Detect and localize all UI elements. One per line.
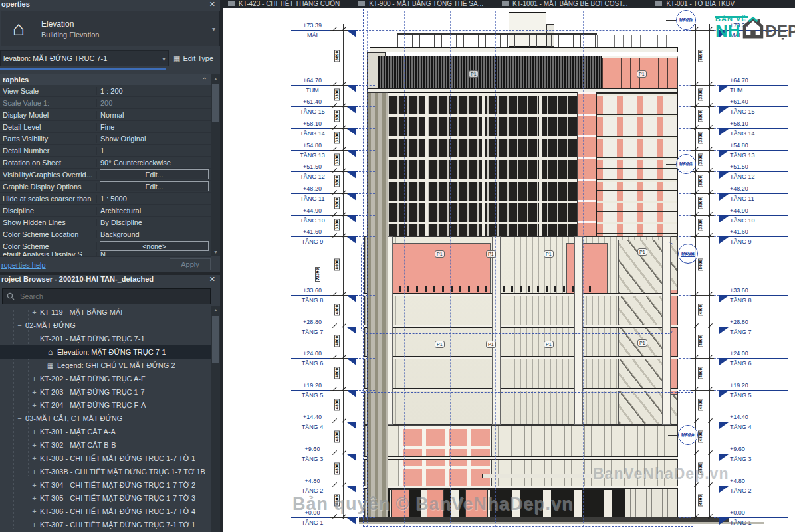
property-value[interactable]: Fine — [97, 123, 211, 131]
edit-type-button[interactable]: ▦ Edit Type — [173, 54, 213, 63]
view-tab-icon — [228, 1, 235, 6]
tree-item[interactable]: +KT-303B - CHI TIẾT MẶT ĐỨNG TRỤC 1-7 TỜ… — [0, 465, 211, 478]
properties-scrollbar[interactable]: ▲ ▼ — [211, 74, 220, 256]
copyright-watermark: Bản quyền © BanVeNhaDep.vn — [292, 494, 573, 515]
level-line — [719, 193, 788, 194]
properties-help-link[interactable]: roperties help — [1, 261, 46, 269]
elevation-house-icon: ⌂ — [1, 12, 36, 45]
dimension-value: 8690 — [698, 50, 703, 62]
chevron-down-icon[interactable]: ▾ — [162, 55, 168, 62]
level-name: TẦNG 11 — [723, 195, 786, 203]
expand-expander-icon[interactable]: + — [31, 401, 38, 409]
property-value-button[interactable]: <none> — [100, 241, 209, 251]
expand-expander-icon[interactable]: + — [31, 494, 38, 502]
property-value[interactable]: Normal — [97, 111, 211, 119]
scrollbar-thumb[interactable] — [212, 84, 219, 122]
scroll-down-icon[interactable]: ▼ — [211, 249, 220, 255]
property-row: Color Scheme LocationBackground — [0, 228, 211, 240]
scroll-up-icon[interactable]: ▲ — [211, 307, 220, 313]
view-tab[interactable]: KT-423 - CHI TIẾT THANG CUỐN — [228, 0, 340, 7]
browser-tree: +KT-119 - MẶT BẰNG MÁI−02-MẶT ĐỨNG−KT-20… — [0, 306, 211, 531]
property-value[interactable]: 200 — [97, 99, 211, 107]
elevation-sheet: Bản quyền © BanVeNhaDep.vn BanVeNhaDep.v… — [223, 8, 795, 532]
tree-item[interactable]: +KT-119 - MẶT BẰNG MÁI — [0, 306, 211, 319]
property-value[interactable]: Architectural — [97, 207, 211, 215]
level-dash-line — [359, 85, 375, 86]
expand-expander-icon[interactable]: + — [31, 388, 38, 396]
search-input[interactable] — [19, 292, 210, 301]
dimension-value: 4800 — [698, 399, 703, 410]
collapse-expander-icon[interactable]: − — [31, 335, 38, 343]
level-dash-line — [359, 327, 375, 327]
tree-item[interactable]: ▦Legend: GHI CHÚ VL MẶT ĐỨNG 2 — [0, 359, 211, 372]
level-name: TẦNG 15 — [723, 108, 786, 116]
property-value-button[interactable]: Edit... — [100, 181, 209, 191]
tree-item[interactable]: +KT-204 - MẶT ĐỨNG TRỤC F-A — [0, 399, 211, 412]
tree-item[interactable]: −KT-201 - MẶT ĐỨNG TRỤC 7-1 — [0, 332, 211, 345]
detail-callout-bubble[interactable]: MĐ2AKT-307 — [678, 425, 698, 445]
tree-item[interactable]: −03-MẶT CẮT, CT MẶT ĐỨNG — [0, 412, 211, 425]
property-value[interactable]: 1 : 5000 — [97, 195, 211, 203]
instance-selector[interactable]: levation: MẶT ĐỨNG TRỤC 7-1 ▾ — [0, 50, 169, 66]
view-tab[interactable]: KT-900 - MẶT BẰNG TỔNG THỂ SA... — [358, 0, 483, 7]
apply-button[interactable]: Apply — [170, 258, 211, 270]
tree-item[interactable]: +KT-306 - CHI TIẾT MẶT ĐỨNG TRỤC 1-7 TỜ … — [0, 505, 211, 518]
dimension-value: 4800 — [698, 335, 703, 347]
elevation-view-icon: ⌂ — [45, 347, 55, 357]
property-label: Discipline — [0, 207, 97, 215]
tree-item[interactable]: +KT-307 - CHI TIẾT MẶT ĐỨNG TRỤC 7-1 TỜ … — [0, 518, 211, 531]
expand-expander-icon[interactable]: + — [31, 454, 38, 462]
tree-item[interactable]: +KT-302 - MẶT CẮT B-B — [0, 438, 211, 452]
property-value[interactable]: 90° Counterclockwise — [97, 159, 211, 167]
collapse-expander-icon[interactable]: − — [16, 414, 23, 422]
level-dash-line — [359, 171, 375, 172]
browser-scrollbar[interactable]: ▲ — [211, 306, 220, 532]
level-dash-line — [359, 295, 375, 296]
tree-item[interactable]: +KT-203 - MẶT ĐỨNG TRỤC 1-7 — [0, 385, 211, 399]
drawing-canvas[interactable]: Bản quyền © BanVeNhaDep.vn BanVeNhaDep.v… — [223, 8, 795, 532]
tree-item[interactable]: +KT-303 - CHI TIẾT MẶT ĐỨNG TRỤC 1-7 TỜ … — [0, 452, 211, 465]
scroll-up-icon[interactable]: ▲ — [211, 76, 220, 82]
collapse-expander-icon[interactable]: − — [16, 321, 23, 329]
chevron-down-icon[interactable]: ▾ — [212, 25, 219, 33]
collapse-icon[interactable]: ⌃ — [202, 75, 207, 86]
browser-search[interactable] — [2, 288, 211, 304]
expand-expander-icon[interactable]: + — [31, 481, 38, 489]
close-icon[interactable]: ✕ — [209, 275, 215, 284]
property-value[interactable]: By Discipline — [97, 219, 211, 226]
expand-expander-icon[interactable]: + — [31, 507, 38, 515]
property-label: Color Scheme Location — [0, 230, 97, 238]
property-row: Detail LevelFine — [0, 121, 211, 133]
site-watermark: BanVeNhaDep.vn — [593, 465, 729, 483]
view-tab[interactable]: KT-001 - TỜ BÌA TKBV — [655, 0, 735, 7]
tree-item[interactable]: ⌂Elevation: MẶT ĐỨNG TRỤC 7-1 — [0, 345, 211, 359]
scrollbar-thumb[interactable] — [212, 316, 219, 363]
level-flag-icon — [347, 31, 356, 37]
dimension-value: 4800 — [334, 367, 340, 379]
expand-expander-icon[interactable]: + — [31, 375, 38, 383]
expand-expander-icon[interactable]: + — [31, 441, 38, 449]
view-tab[interactable]: KT-1001 - MẶT BẰNG BỂ BƠI COST... — [502, 0, 627, 7]
property-value[interactable]: Show Original — [97, 135, 211, 143]
callout-leader — [666, 164, 676, 165]
detail-callout-bubble[interactable]: MĐ2BKT-308 — [678, 244, 698, 264]
expand-expander-icon[interactable]: + — [31, 468, 38, 476]
tree-item[interactable]: +KT-301 - MẶT CẮT A-A — [0, 425, 211, 438]
level-elevation: +64.70 — [723, 76, 786, 84]
expand-expander-icon[interactable]: + — [31, 521, 38, 529]
property-value[interactable]: 1 — [97, 147, 211, 155]
close-icon[interactable]: ✕ — [209, 0, 215, 9]
tree-item[interactable]: +KT-305 - CHI TIẾT MẶT ĐỨNG TRỤC 1-7 TỜ … — [0, 491, 211, 505]
property-value-button[interactable]: Edit... — [100, 169, 209, 179]
graphics-section-header[interactable]: raphics ⌃ — [0, 74, 211, 85]
tree-item[interactable]: +KT-304 - CHI TIẾT MẶT ĐỨNG TRỤC 1-7 TỜ … — [0, 478, 211, 491]
tree-item[interactable]: +KT-202 - MẶT ĐỨNG TRỤC A-F — [0, 372, 211, 385]
property-value[interactable]: Background — [97, 230, 211, 238]
expand-expander-icon[interactable]: + — [31, 428, 38, 436]
expand-expander-icon[interactable]: + — [31, 308, 38, 316]
type-selector[interactable]: ⌂ Elevation Building Elevation ▾ — [1, 11, 220, 46]
property-value[interactable]: 1 : 200 — [97, 87, 211, 95]
tree-item[interactable]: −02-MẶT ĐỨNG — [0, 319, 211, 332]
detail-callout-bubble[interactable]: MĐ2CKT-308 — [676, 154, 696, 174]
detail-callout-bubble[interactable]: MĐ2DKT-318 — [676, 10, 696, 30]
